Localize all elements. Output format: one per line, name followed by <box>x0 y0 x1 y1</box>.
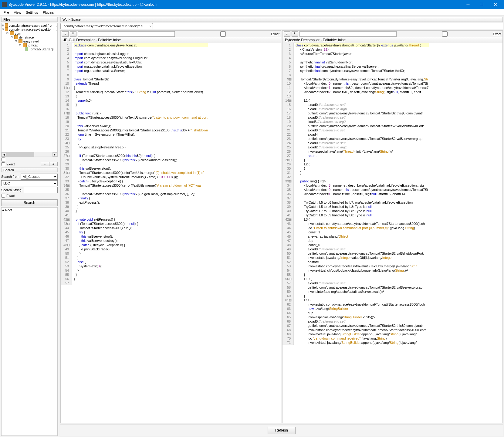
titlebar[interactable]: Bytecode Viewer 2.9.11 - https://bytecod… <box>0 0 504 9</box>
minus-button[interactable]: - <box>41 162 49 166</box>
left-code-scroll[interactable]: 1 2 3 4 5 6 7 8 9 10 11⊟ 12 13 14 15 16 … <box>61 43 281 423</box>
minimize-button[interactable]: ─ <box>461 0 475 9</box>
right-pane-title: Bytecode Decompiler - Editable: false <box>282 37 502 43</box>
file-tree[interactable]: ⊞com.dynatrace.easytravel.fron…⊟com.dyna… <box>1 23 58 152</box>
tree-node[interactable]: ⊟com.dynatrace.easytravel.tom… <box>2 27 57 31</box>
search-button[interactable]: Search <box>1 199 58 206</box>
scroll-left-icon[interactable]: ◂ <box>2 152 6 157</box>
tree-node[interactable]: ⊟dynatrace <box>2 35 57 39</box>
right-exact-label: Exact <box>493 32 502 36</box>
menubar: File View Settings Plugins <box>0 9 504 16</box>
footer: Refresh <box>60 425 503 436</box>
menu-settings[interactable]: Settings <box>23 10 40 15</box>
tree-hscroll[interactable]: ◂ ▸ <box>1 152 58 157</box>
right-exact-checkbox[interactable] <box>398 31 492 37</box>
search-from-select[interactable]: All_Classes <box>21 174 58 180</box>
search-type-select[interactable]: LDC <box>1 180 58 186</box>
search-from-label: Search from <box>1 175 19 178</box>
search-label: Search <box>1 168 58 172</box>
upload-icon[interactable]: ⭱ <box>292 31 298 37</box>
download-icon[interactable]: ⭳ <box>62 31 69 37</box>
left-exact-label: Exact <box>271 32 280 36</box>
menu-plugins[interactable]: Plugins <box>40 10 56 15</box>
tree-node[interactable]: ⊟tomcat <box>2 43 57 47</box>
left-search-input[interactable] <box>78 31 175 37</box>
download-icon[interactable]: ⭳ <box>284 31 290 37</box>
search-string-label: Search String: <box>1 188 22 192</box>
left-exact-checkbox[interactable] <box>176 31 270 37</box>
search-string-input[interactable] <box>24 187 58 193</box>
right-code-scroll[interactable]: 1 2 3 4 5 6 7 8 9⊟ 10 11 12 13 14⊟ 15 16… <box>282 43 502 423</box>
scroll-thumb[interactable] <box>6 152 34 157</box>
search-exact-label: Exact <box>6 194 15 198</box>
window-title: Bytecode Viewer 2.9.11 - https://bytecod… <box>8 2 461 7</box>
refresh-button[interactable]: Refresh <box>268 427 296 434</box>
app-icon <box>2 2 7 7</box>
search-exact-checkbox[interactable] <box>1 194 5 198</box>
menu-file[interactable]: File <box>1 10 12 15</box>
upload-icon[interactable]: ⭱ <box>70 31 76 37</box>
tab-bar: com/dynatrace/easytravel/tomcat/Tomcat7S… <box>60 23 503 29</box>
workspace-tab[interactable]: com/dynatrace/easytravel/tomcat/Tomcat7S… <box>60 23 153 29</box>
tree-node[interactable]: ⊟com <box>2 31 57 35</box>
tab-close-icon[interactable]: × <box>150 24 151 28</box>
close-button[interactable]: ✕ <box>489 0 502 9</box>
maximize-button[interactable]: ☐ <box>475 0 489 9</box>
tree-node[interactable]: Tomcat7Starter$… <box>2 47 57 51</box>
plus-button[interactable]: + <box>49 162 58 166</box>
tree-checkbox[interactable] <box>1 158 5 161</box>
right-search-input[interactable] <box>299 31 397 37</box>
result-item[interactable]: Root <box>2 208 57 212</box>
tree-node[interactable]: ⊞com.dynatrace.easytravel.fron… <box>2 23 57 27</box>
workspace-label: Work Space <box>60 17 503 22</box>
search-results[interactable]: Root <box>1 207 58 436</box>
scroll-right-icon[interactable]: ▸ <box>52 152 57 157</box>
right-pane: ⭳ ⭱ Exact Bytecode Decompiler - Editable… <box>282 30 503 423</box>
tab-label: com/dynatrace/easytravel/tomcat/Tomcat7S… <box>64 24 147 28</box>
exact-label: Exact <box>6 162 15 166</box>
menu-view[interactable]: View <box>12 10 24 15</box>
left-pane-title: JD-GUI Decompiler - Editable: false <box>61 37 281 43</box>
left-pane: ⭳ ⭱ Exact JD-GUI Decompiler - Editable: … <box>60 30 281 423</box>
exact-checkbox[interactable] <box>1 162 5 166</box>
tree-node[interactable]: ⊟easytravel <box>2 39 57 43</box>
files-label: Files <box>1 17 58 22</box>
